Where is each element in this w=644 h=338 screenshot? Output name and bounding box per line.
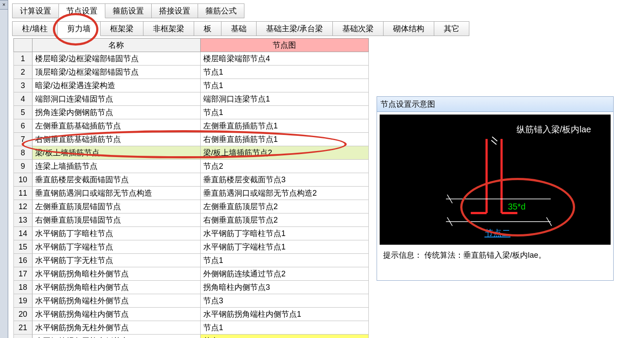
table-row[interactable]: 10垂直筋楼层变截面锚固节点垂直筋楼层变截面节点3 bbox=[14, 173, 369, 187]
row-node[interactable]: 右侧垂直筋插筋节点1 bbox=[200, 133, 368, 146]
main-tab-2[interactable]: 箍筋设置 bbox=[105, 3, 152, 18]
table-row[interactable]: 13右侧垂直筋顶层锚固节点右侧垂直筋顶层节点2 bbox=[14, 213, 369, 227]
row-number: 5 bbox=[14, 106, 33, 119]
row-name[interactable]: 水平钢筋拐角端柱外侧节点 bbox=[32, 294, 200, 308]
row-name[interactable]: 暗梁/边框梁遇连梁构造 bbox=[32, 79, 200, 92]
main-tabs: 计算设置节点设置箍筋设置搭接设置箍筋公式 bbox=[12, 3, 244, 18]
node-diagram: 纵筋锚入梁/板内lae 35 bbox=[380, 115, 611, 245]
row-number: 10 bbox=[14, 173, 33, 187]
svg-rect-0 bbox=[380, 115, 611, 244]
table-row[interactable]: 15水平钢筋丁字端柱节点水平钢筋丁字端柱节点1 bbox=[14, 240, 369, 254]
row-node[interactable]: 梁/板上墙插筋节点2 bbox=[200, 146, 368, 160]
row-node[interactable]: 垂直筋遇洞口或端部无节点构造2 bbox=[200, 187, 368, 200]
table-row[interactable]: 2顶层暗梁/边框梁端部锚固节点节点1 bbox=[14, 66, 369, 79]
table-row[interactable]: 8梁/板上墙插筋节点梁/板上墙插筋节点2 bbox=[14, 146, 369, 160]
row-name[interactable]: 水平钢筋拐角暗柱内侧节点 bbox=[32, 281, 200, 294]
row-node[interactable]: 节点3 bbox=[200, 294, 368, 308]
row-name[interactable]: 水平钢筋拐角无柱内侧节点 bbox=[32, 335, 200, 338]
table-row[interactable]: 9连梁上墙插筋节点节点2 bbox=[14, 160, 369, 173]
row-name[interactable]: 楼层暗梁/边框梁端部锚固节点 bbox=[32, 52, 200, 66]
row-node[interactable]: 节点1 bbox=[200, 321, 368, 335]
table-row[interactable]: 4端部洞口连梁锚固节点端部洞口连梁节点1 bbox=[14, 92, 369, 106]
row-node[interactable]: 水平钢筋丁字端柱节点1 bbox=[200, 240, 368, 254]
row-node[interactable]: 节点1 bbox=[200, 106, 368, 119]
row-name[interactable]: 垂直钢筋遇洞口或端部无节点构造 bbox=[32, 187, 200, 200]
sub-tab-9[interactable]: 其它 bbox=[434, 21, 469, 36]
row-number: 21 bbox=[14, 321, 33, 335]
table-row[interactable]: 20水平钢筋拐角端柱内侧节点水平钢筋拐角端柱内侧节点1 bbox=[14, 308, 369, 321]
table-row[interactable]: 21水平钢筋拐角无柱外侧节点节点1 bbox=[14, 321, 369, 335]
table-row[interactable]: 3暗梁/边框梁遇连梁构造节点1 bbox=[14, 79, 369, 92]
main-tab-4[interactable]: 箍筋公式 bbox=[198, 3, 244, 18]
sub-tab-1[interactable]: 剪力墙 bbox=[57, 21, 101, 36]
row-node[interactable]: 节点1 bbox=[200, 254, 368, 267]
row-name[interactable]: 水平钢筋丁字无柱节点 bbox=[32, 254, 200, 267]
row-node[interactable]: 节点2 bbox=[200, 160, 368, 173]
sub-tab-0[interactable]: 柱/墙柱 bbox=[12, 21, 58, 36]
diagram-node-link[interactable]: 节点二 bbox=[485, 228, 511, 238]
row-name[interactable]: 垂直筋楼层变截面锚固节点 bbox=[32, 173, 200, 187]
table-row[interactable]: 1楼层暗梁/边框梁端部锚固节点楼层暗梁端部节点4 bbox=[14, 52, 369, 66]
row-name[interactable]: 左侧垂直筋基础插筋节点 bbox=[32, 119, 200, 133]
diagram-label-top: 纵筋锚入梁/板内lae bbox=[517, 125, 591, 134]
row-name[interactable]: 顶层暗梁/边框梁端部锚固节点 bbox=[32, 66, 200, 79]
row-node[interactable]: 水平钢筋丁字暗柱节点1 bbox=[200, 227, 368, 240]
table-row[interactable]: 14水平钢筋丁字暗柱节点水平钢筋丁字暗柱节点1 bbox=[14, 227, 369, 240]
table-row[interactable]: 19水平钢筋拐角端柱外侧节点节点3 bbox=[14, 294, 369, 308]
row-node[interactable]: 左侧垂直筋顶层节点2 bbox=[200, 200, 368, 213]
row-node[interactable]: 垂直筋楼层变截面节点3 bbox=[200, 173, 368, 187]
row-node[interactable]: 节点1 bbox=[200, 66, 368, 79]
panel-title: 节点设置示意图 bbox=[377, 97, 613, 112]
row-name[interactable]: 连梁上墙插筋节点 bbox=[32, 160, 200, 173]
row-node[interactable]: 拐角暗柱内侧节点3 bbox=[200, 281, 368, 294]
row-number: 18 bbox=[14, 281, 33, 294]
row-node[interactable]: 右侧垂直筋顶层节点2 bbox=[200, 213, 368, 227]
row-node[interactable]: 楼层暗梁端部节点4 bbox=[200, 52, 368, 66]
table-row[interactable]: 22水平钢筋拐角无柱内侧节点节点2 bbox=[14, 335, 369, 338]
table-row[interactable]: 17水平钢筋拐角暗柱外侧节点外侧钢筋连续通过节点2 bbox=[14, 267, 369, 281]
sub-tab-4[interactable]: 板 bbox=[194, 21, 221, 36]
table-row[interactable]: 16水平钢筋丁字无柱节点节点1 bbox=[14, 254, 369, 267]
row-number: 17 bbox=[14, 267, 33, 281]
row-node[interactable]: 水平钢筋拐角端柱内侧节点1 bbox=[200, 308, 368, 321]
row-node[interactable]: 节点2 bbox=[200, 335, 368, 338]
row-number: 7 bbox=[14, 133, 33, 146]
main-tab-0[interactable]: 计算设置 bbox=[12, 3, 59, 18]
row-node[interactable]: 节点1 bbox=[200, 79, 368, 92]
row-name[interactable]: 水平钢筋丁字暗柱节点 bbox=[32, 227, 200, 240]
sub-tab-8[interactable]: 砌体结构 bbox=[383, 21, 434, 36]
column-node[interactable]: 节点图 bbox=[200, 39, 368, 52]
sub-tab-7[interactable]: 基础次梁 bbox=[332, 21, 384, 36]
row-name[interactable]: 端部洞口连梁锚固节点 bbox=[32, 92, 200, 106]
table-row[interactable]: 11垂直钢筋遇洞口或端部无节点构造垂直筋遇洞口或端部无节点构造2 bbox=[14, 187, 369, 200]
row-node[interactable]: 左侧垂直筋插筋节点1 bbox=[200, 119, 368, 133]
table-row[interactable]: 7右侧垂直筋基础插筋节点右侧垂直筋插筋节点1 bbox=[14, 133, 369, 146]
row-number: 20 bbox=[14, 308, 33, 321]
row-name[interactable]: 水平钢筋拐角端柱内侧节点 bbox=[32, 308, 200, 321]
row-name[interactable]: 水平钢筋丁字端柱节点 bbox=[32, 240, 200, 254]
main-tab-3[interactable]: 搭接设置 bbox=[151, 3, 198, 18]
row-name[interactable]: 水平钢筋拐角无柱外侧节点 bbox=[32, 321, 200, 335]
table-row[interactable]: 18水平钢筋拐角暗柱内侧节点拐角暗柱内侧节点3 bbox=[14, 281, 369, 294]
diagram-value: 35*d bbox=[508, 202, 526, 211]
row-number: 15 bbox=[14, 240, 33, 254]
row-name[interactable]: 水平钢筋拐角暗柱外侧节点 bbox=[32, 267, 200, 281]
column-name[interactable]: 名称 bbox=[32, 39, 200, 52]
table-row[interactable]: 12左侧垂直筋顶层锚固节点左侧垂直筋顶层节点2 bbox=[14, 200, 369, 213]
sub-tab-3[interactable]: 非框架梁 bbox=[143, 21, 194, 36]
main-tab-1[interactable]: 节点设置 bbox=[59, 3, 105, 18]
row-name[interactable]: 左侧垂直筋顶层锚固节点 bbox=[32, 200, 200, 213]
table-row[interactable]: 5拐角连梁内侧钢筋节点节点1 bbox=[14, 106, 369, 119]
row-node[interactable]: 端部洞口连梁节点1 bbox=[200, 92, 368, 106]
row-name[interactable]: 拐角连梁内侧钢筋节点 bbox=[32, 106, 200, 119]
row-number: 2 bbox=[14, 66, 33, 79]
sub-tab-6[interactable]: 基础主梁/承台梁 bbox=[256, 21, 333, 36]
row-name[interactable]: 右侧垂直筋顶层锚固节点 bbox=[32, 213, 200, 227]
sub-tab-2[interactable]: 框架梁 bbox=[100, 21, 143, 36]
table-row[interactable]: 6左侧垂直筋基础插筋节点左侧垂直筋插筋节点1 bbox=[14, 119, 369, 133]
close-button[interactable]: × bbox=[0, 0, 8, 10]
sub-tab-5[interactable]: 基础 bbox=[221, 21, 257, 36]
row-name[interactable]: 右侧垂直筋基础插筋节点 bbox=[32, 133, 200, 146]
row-node[interactable]: 外侧钢筋连续通过节点2 bbox=[200, 267, 368, 281]
row-name[interactable]: 梁/板上墙插筋节点 bbox=[32, 146, 200, 160]
